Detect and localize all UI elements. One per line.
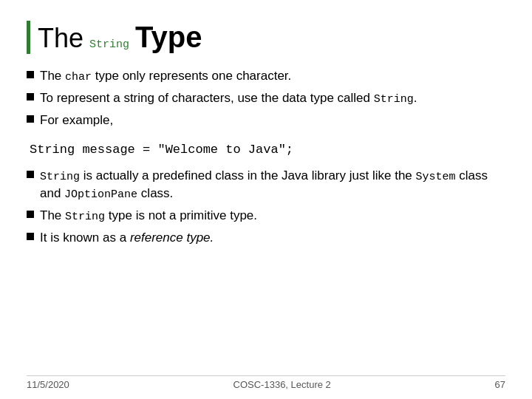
bullet-item-1: The char type only represents one charac… <box>27 67 505 85</box>
bullet-text-4: String is actually a predefined class in… <box>40 167 505 202</box>
string-code-3: String <box>65 211 105 223</box>
bullet-text-2: To represent a string of characters, use… <box>40 89 505 107</box>
bullet-icon-6 <box>27 233 34 240</box>
footer-course: COSC-1336, Lecture 2 <box>233 379 331 390</box>
bullet-icon-5 <box>27 211 34 218</box>
title-type: Type <box>135 21 202 54</box>
title-string-code: String <box>89 38 129 51</box>
reference-type-text: reference type. <box>130 231 214 245</box>
bullet-icon-3 <box>27 115 34 123</box>
bullet-item-5: The String type is not a primitive type. <box>27 207 505 225</box>
bullet-icon-4 <box>27 171 34 178</box>
bullet-list-1: The char type only represents one charac… <box>27 67 505 129</box>
bullet-text-3: For example, <box>40 112 505 129</box>
bullet-list-2: String is actually a predefined class in… <box>27 167 505 247</box>
string-code-1: String <box>374 93 414 106</box>
footer-date: 11/5/2020 <box>27 379 69 390</box>
bullet-text-6: It is known as a reference type. <box>40 229 505 247</box>
bullet-item-2: To represent a string of characters, use… <box>27 89 505 107</box>
bullet-icon-2 <box>27 93 34 100</box>
slide-title: The String Type <box>27 21 505 54</box>
slide: The String Type The char type only repre… <box>0 0 532 399</box>
system-code: System <box>416 171 456 183</box>
footer: 11/5/2020 COSC-1336, Lecture 2 67 <box>27 375 505 390</box>
footer-page: 67 <box>495 379 505 390</box>
bullet-item-6: It is known as a reference type. <box>27 229 505 247</box>
bullet-text-5: The String type is not a primitive type. <box>40 207 505 225</box>
char-code: char <box>65 71 92 83</box>
bullet-icon-1 <box>27 71 34 78</box>
bullet-text-1: The char type only represents one charac… <box>40 67 505 85</box>
string-code-2: String <box>40 171 80 183</box>
bullet-item-4: String is actually a predefined class in… <box>27 167 505 202</box>
code-example: String message = "Welcome to Java"; <box>27 143 505 157</box>
title-the: The <box>38 23 83 54</box>
joptionpane-code: JOptionPane <box>64 188 137 201</box>
bullet-item-3: For example, <box>27 112 505 129</box>
